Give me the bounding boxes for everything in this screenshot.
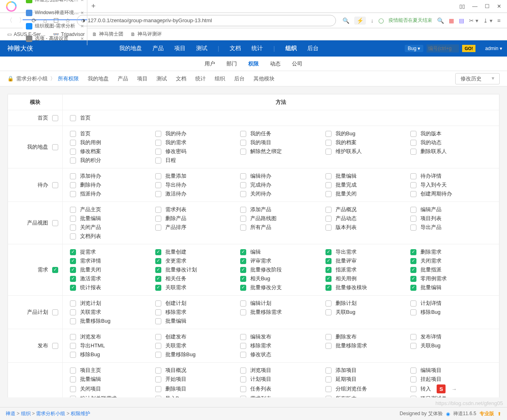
method-checkbox[interactable] [155,309,161,315]
method-checkbox[interactable] [155,318,161,324]
module-checkbox[interactable] [52,343,58,349]
method-item[interactable]: 完成待办 [240,181,321,189]
method-item[interactable]: 批量修改阶段 [240,266,321,273]
nav-item[interactable]: 后台 [307,45,319,52]
breadcrumb-item[interactable]: 组织 [21,411,31,416]
method-checkbox[interactable] [325,258,332,264]
method-checkbox[interactable] [325,173,332,179]
method-checkbox[interactable] [325,396,332,398]
method-checkbox[interactable] [240,376,246,382]
method-item[interactable]: 导入到今天 [410,181,492,189]
method-item[interactable]: 批量编辑 [70,376,151,383]
method-item[interactable]: 创建发布 [155,333,237,340]
method-item[interactable]: 批量完成 [325,181,407,189]
method-checkbox[interactable] [325,343,332,349]
scissors-icon[interactable]: ✂ ▾ [469,17,478,24]
method-checkbox[interactable] [70,334,76,340]
method-checkbox[interactable] [70,267,76,273]
admin-menu[interactable]: admin ▾ [485,46,502,51]
method-item[interactable]: 批量移除Bug [70,317,151,325]
method-item[interactable]: 产品排序 [155,224,237,231]
third-tab[interactable]: 文档 [176,75,186,82]
method-item[interactable]: 激活待办 [155,190,237,197]
method-item[interactable]: 我的任务 [240,130,321,137]
window-close-icon[interactable]: ✕ [497,3,501,9]
method-checkbox[interactable] [155,343,161,349]
method-item[interactable]: 提需求 [70,248,151,256]
method-item[interactable]: 我的版本 [410,130,492,137]
method-checkbox[interactable] [155,191,161,197]
method-item[interactable]: 需求详情 [70,257,151,265]
apps-icon[interactable]: ▦ [449,17,454,24]
method-item[interactable]: 关联Bug [325,309,407,316]
method-checkbox[interactable] [70,225,76,231]
method-checkbox[interactable] [70,300,76,307]
method-checkbox[interactable] [70,318,76,324]
method-checkbox[interactable] [70,396,76,398]
method-checkbox[interactable] [240,191,246,197]
method-item[interactable]: 批量修改模块 [325,284,407,291]
method-checkbox[interactable] [325,276,332,282]
method-item[interactable]: 添加待办 [70,172,151,180]
subnav-item[interactable]: 部门 [226,60,237,67]
method-item[interactable]: 批量评审 [325,257,407,265]
method-checkbox[interactable] [155,225,161,231]
third-tab[interactable]: 统计 [195,75,206,82]
group-crumb[interactable]: 🔒 需求分析小组 〉 所有权限 [7,75,79,82]
method-item[interactable]: 指派需求 [325,266,407,273]
method-checkbox[interactable] [155,140,161,146]
method-checkbox[interactable] [155,131,161,137]
method-checkbox[interactable] [410,140,416,146]
method-item[interactable]: 产品动态 [325,215,407,222]
method-item[interactable]: 计划详情 [410,300,492,307]
window-maximize-icon[interactable]: ☐ [485,3,490,9]
download-icon[interactable]: ↓ [371,17,374,24]
method-checkbox[interactable] [325,368,332,374]
method-checkbox[interactable] [410,258,416,264]
method-item[interactable]: 相关任务 [155,275,237,282]
method-item[interactable]: 计划项目 [240,376,321,383]
method-checkbox[interactable] [70,131,76,137]
method-item[interactable]: 我的项目 [240,139,321,146]
method-item[interactable]: 批量移除需求 [325,342,407,349]
method-checkbox[interactable] [325,182,332,188]
method-item[interactable]: 批量移除Bug [155,351,237,358]
module-checkbox[interactable] [52,267,58,273]
method-checkbox[interactable] [70,115,76,121]
third-tab[interactable]: 其他模块 [254,75,275,82]
translate-icon[interactable]: ▤ [459,17,464,24]
method-item[interactable]: 相关Bug [240,275,321,282]
back-icon[interactable]: 〈 [6,17,13,24]
pin-icon[interactable]: ☐ [53,17,59,24]
method-checkbox[interactable] [410,182,416,188]
method-item[interactable]: 我的Bug [325,130,407,137]
method-item[interactable]: 编辑项目 [410,367,492,374]
method-item[interactable]: 批量关闭 [70,266,151,273]
breadcrumb-item[interactable]: 需求分析小组 [36,411,65,416]
method-checkbox[interactable] [410,216,416,222]
method-item[interactable]: 批量编辑 [410,284,492,291]
method-checkbox[interactable] [325,267,332,273]
method-checkbox[interactable] [155,386,161,392]
method-item[interactable]: 编辑 [240,248,321,256]
method-checkbox[interactable] [70,207,76,213]
third-tab[interactable]: 项目 [137,75,148,82]
method-checkbox[interactable] [240,225,246,231]
method-checkbox[interactable] [240,334,246,340]
method-item[interactable]: 创建周期待办 [410,190,492,197]
method-checkbox[interactable] [325,131,332,137]
method-checkbox[interactable] [155,149,161,155]
method-checkbox[interactable] [70,285,76,291]
method-checkbox[interactable] [240,258,246,264]
method-checkbox[interactable] [410,191,416,197]
module-checkbox[interactable] [52,182,58,188]
method-item[interactable]: 删除需求 [410,248,492,256]
method-item[interactable]: 删除发布 [325,333,407,340]
method-checkbox[interactable] [70,140,76,146]
method-item[interactable]: 添加产品 [240,206,321,213]
method-item[interactable]: 修改档案 [70,148,151,155]
method-item[interactable]: 解除然之绑定 [240,148,321,155]
search-icon[interactable]: 🔍 [437,17,444,24]
method-item[interactable]: 转入S→ [410,384,492,393]
method-item[interactable]: 零用例需求 [410,275,492,282]
